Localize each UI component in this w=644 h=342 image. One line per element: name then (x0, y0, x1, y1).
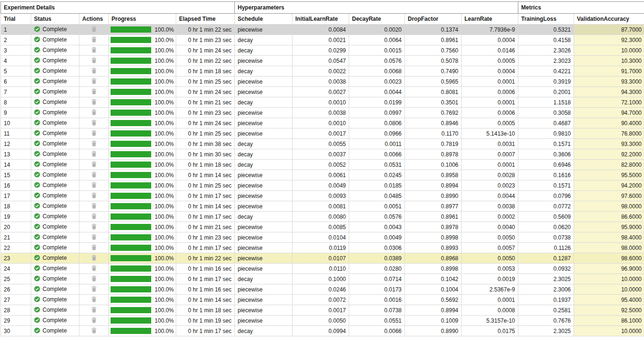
table-row[interactable]: 1Complete100.0%0 hr 1 min 22 secpiecewis… (1, 25, 644, 35)
progress-cell: 100.0% (109, 201, 176, 212)
table-row[interactable]: 27Complete100.0%0 hr 1 min 14 secpiecewi… (1, 295, 644, 305)
table-row[interactable]: 19Complete100.0%0 hr 1 min 17 secdecay0.… (1, 212, 644, 222)
col-header-actions[interactable]: Actions (79, 14, 109, 25)
col-header-learn-rate[interactable]: LearnRate (462, 14, 518, 25)
delete-trial-icon[interactable] (91, 26, 97, 34)
complete-check-icon (34, 99, 40, 106)
col-header-schedule[interactable]: Schedule (235, 14, 292, 25)
elapsed-time: 0 hr 1 min 17 sec (176, 326, 235, 336)
elapsed-time: 0 hr 1 min 19 sec (176, 316, 235, 326)
delete-trial-icon[interactable] (91, 120, 97, 127)
trial-number: 21 (1, 232, 31, 243)
training-loss-value: 0.9810 (518, 128, 574, 139)
delete-trial-icon[interactable] (91, 161, 97, 169)
delete-trial-icon[interactable] (91, 203, 97, 210)
trial-number: 30 (1, 326, 31, 336)
table-row[interactable]: 20Complete100.0%0 hr 1 min 21 secpiecewi… (1, 222, 644, 232)
table-row[interactable]: 16Complete100.0%0 hr 1 min 25 secpiecewi… (1, 180, 644, 191)
delete-trial-icon[interactable] (91, 140, 97, 148)
delete-trial-icon[interactable] (91, 47, 97, 54)
schedule-value: piecewise (235, 108, 292, 118)
table-row[interactable]: 21Complete100.0%0 hr 1 min 23 secpiecewi… (1, 232, 644, 243)
delete-trial-icon[interactable] (91, 327, 97, 335)
drop-factor-value: 0.1009 (405, 316, 462, 326)
table-row[interactable]: 9Complete100.0%0 hr 1 min 23 secpiecewis… (1, 108, 644, 118)
complete-check-icon (34, 265, 40, 273)
delete-trial-icon[interactable] (91, 307, 97, 314)
delete-trial-icon[interactable] (91, 109, 97, 117)
table-row[interactable]: 3Complete100.0%0 hr 1 min 24 secdecay0.0… (1, 45, 644, 56)
delete-trial-icon[interactable] (91, 244, 97, 252)
table-row[interactable]: 10Complete100.0%0 hr 1 min 24 secpiecewi… (1, 118, 644, 128)
delete-trial-icon[interactable] (91, 68, 97, 75)
delete-trial-icon[interactable] (91, 286, 97, 293)
col-header-initial-learn-rate[interactable]: InitialLearnRate (292, 14, 349, 25)
schedule-value: piecewise (235, 77, 292, 87)
col-header-drop-factor[interactable]: DropFactor (405, 14, 462, 25)
table-row[interactable]: 22Complete100.0%0 hr 1 min 17 secpiecewi… (1, 243, 644, 253)
training-loss-value: 0.5609 (518, 212, 574, 222)
delete-trial-icon[interactable] (91, 171, 97, 179)
status-cell: Complete (31, 305, 79, 316)
delete-trial-icon[interactable] (91, 182, 97, 189)
actions-cell (79, 108, 109, 118)
col-header-trial[interactable]: Trial (1, 14, 31, 25)
col-header-training-loss[interactable]: TrainingLoss (518, 14, 574, 25)
table-row[interactable]: 4Complete100.0%0 hr 1 min 22 secpiecewis… (1, 56, 644, 66)
table-row[interactable]: 6Complete100.0%0 hr 1 min 25 secpiecewis… (1, 77, 644, 87)
schedule-value: decay (235, 139, 292, 149)
actions-cell (79, 222, 109, 232)
delete-trial-icon[interactable] (91, 36, 97, 44)
delete-trial-icon[interactable] (91, 57, 97, 65)
table-row[interactable]: 13Complete100.0%0 hr 1 min 30 secdecay0.… (1, 149, 644, 160)
status-label: Complete (43, 120, 67, 126)
training-loss-value: 0.0738 (518, 232, 574, 243)
table-row[interactable]: 23Complete100.0%0 hr 1 min 22 secpiecewi… (1, 253, 644, 264)
table-row[interactable]: 12Complete100.0%0 hr 1 min 38 secdecay0.… (1, 139, 644, 149)
trial-number: 7 (1, 87, 31, 97)
table-row[interactable]: 26Complete100.0%0 hr 1 min 16 secpiecewi… (1, 284, 644, 295)
delete-trial-icon[interactable] (91, 213, 97, 221)
delete-trial-icon[interactable] (91, 78, 97, 86)
delete-trial-icon[interactable] (91, 317, 97, 325)
table-row[interactable]: 28Complete100.0%0 hr 1 min 18 secpiecewi… (1, 305, 644, 316)
table-row[interactable]: 15Complete100.0%0 hr 1 min 14 secpiecewi… (1, 170, 644, 180)
col-header-status[interactable]: Status (31, 14, 79, 25)
learn-rate-value: 0.0031 (462, 139, 518, 149)
table-row[interactable]: 14Complete100.0%0 hr 1 min 18 secdecay0.… (1, 160, 644, 170)
table-row[interactable]: 24Complete100.0%0 hr 1 min 16 secpiecewi… (1, 264, 644, 274)
delete-trial-icon[interactable] (91, 151, 97, 158)
complete-check-icon (34, 234, 40, 241)
table-row[interactable]: 7Complete100.0%0 hr 1 min 24 secpiecewis… (1, 87, 644, 97)
delete-trial-icon[interactable] (91, 275, 97, 283)
delete-trial-icon[interactable] (91, 234, 97, 241)
table-row[interactable]: 17Complete100.0%0 hr 1 min 17 secpiecewi… (1, 191, 644, 201)
delete-trial-icon[interactable] (91, 130, 97, 137)
col-header-validation-accuracy[interactable]: ValidationAccuracy (574, 14, 644, 25)
validation-accuracy-value: 10.0000 (574, 326, 644, 336)
delete-trial-icon[interactable] (91, 265, 97, 273)
col-header-decay-rate[interactable]: DecayRate (349, 14, 405, 25)
table-row[interactable]: 2Complete100.0%0 hr 1 min 23 secdecay0.0… (1, 35, 644, 45)
delete-trial-icon[interactable] (91, 88, 97, 96)
delete-trial-icon[interactable] (91, 99, 97, 106)
delete-trial-icon[interactable] (91, 223, 97, 231)
table-row[interactable]: 18Complete100.0%0 hr 1 min 14 secpiecewi… (1, 201, 644, 212)
delete-trial-icon[interactable] (91, 255, 97, 262)
drop-factor-value: 0.8978 (405, 149, 462, 160)
table-row[interactable]: 8Complete100.0%0 hr 1 min 21 secdecay0.0… (1, 97, 644, 108)
table-row[interactable]: 30Complete100.0%0 hr 1 min 17 secdecay0.… (1, 326, 644, 336)
table-row[interactable]: 11Complete100.0%0 hr 1 min 25 secpiecewi… (1, 128, 644, 139)
drop-factor-value: 0.7560 (405, 45, 462, 56)
schedule-value: decay (235, 45, 292, 56)
col-header-elapsed-time[interactable]: Elapsed Time (176, 14, 235, 25)
validation-accuracy-value: 10.0000 (574, 45, 644, 56)
col-header-progress[interactable]: Progress (109, 14, 176, 25)
decay-rate-value: 0.0199 (349, 97, 405, 108)
delete-trial-icon[interactable] (91, 192, 97, 200)
table-row[interactable]: 29Complete100.0%0 hr 1 min 19 secpiecewi… (1, 316, 644, 326)
table-row[interactable]: 25Complete100.0%0 hr 1 min 17 secdecay0.… (1, 274, 644, 284)
trial-number: 8 (1, 97, 31, 108)
table-row[interactable]: 5Complete100.0%0 hr 1 min 18 secdecay0.0… (1, 66, 644, 77)
delete-trial-icon[interactable] (91, 296, 97, 304)
